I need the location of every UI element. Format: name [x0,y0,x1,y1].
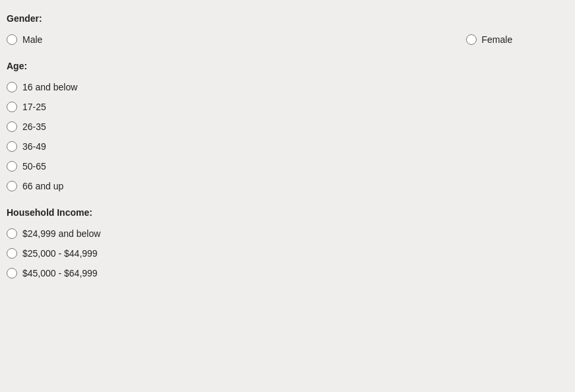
income-24999-radio[interactable] [7,228,17,239]
age-17-25-radio[interactable] [7,102,17,112]
age-50-65-item[interactable]: 50-65 [7,158,568,174]
income-label: Household Income: [7,207,568,218]
income-45000-64999-radio[interactable] [7,268,17,278]
age-16-below-radio[interactable] [7,82,17,92]
gender-label: Gender: [7,13,568,24]
income-25000-44999-radio[interactable] [7,248,17,259]
age-26-35-label[interactable]: 26-35 [22,121,46,132]
gender-male-radio[interactable] [7,34,17,45]
income-25000-44999-label[interactable]: $25,000 - $44,999 [22,248,98,259]
age-36-49-radio[interactable] [7,141,17,152]
income-24999-label[interactable]: $24,999 and below [22,228,100,239]
age-36-49-label[interactable]: 36-49 [22,141,46,152]
age-section: Age: 16 and below 17-25 26-35 36-49 50-6… [7,61,568,194]
age-radio-group: 16 and below 17-25 26-35 36-49 50-65 66 … [7,79,568,194]
income-45000-64999-item[interactable]: $45,000 - $64,999 [7,265,568,281]
gender-female-label[interactable]: Female [482,34,513,45]
age-66-up-label[interactable]: 66 and up [22,181,63,191]
income-45000-64999-label[interactable]: $45,000 - $64,999 [22,268,98,278]
income-25000-44999-item[interactable]: $25,000 - $44,999 [7,245,568,261]
gender-female-item[interactable]: Female [466,32,569,48]
gender-radio-group: Male Female [7,32,568,48]
age-26-35-radio[interactable] [7,121,17,132]
gender-male-item[interactable]: Male [7,32,110,48]
income-radio-group: $24,999 and below $25,000 - $44,999 $45,… [7,226,568,281]
age-17-25-item[interactable]: 17-25 [7,99,568,115]
age-36-49-item[interactable]: 36-49 [7,139,568,154]
age-50-65-radio[interactable] [7,161,17,172]
age-17-25-label[interactable]: 17-25 [22,102,46,112]
age-50-65-label[interactable]: 50-65 [22,161,46,172]
gender-section: Gender: Male Female [7,13,568,48]
gender-female-radio[interactable] [466,34,477,45]
age-26-35-item[interactable]: 26-35 [7,119,568,135]
income-section: Household Income: $24,999 and below $25,… [7,207,568,281]
age-16-below-item[interactable]: 16 and below [7,79,568,95]
age-66-up-radio[interactable] [7,181,17,191]
age-label: Age: [7,61,568,71]
gender-male-label[interactable]: Male [22,34,42,45]
income-24999-item[interactable]: $24,999 and below [7,226,568,242]
age-66-up-item[interactable]: 66 and up [7,178,568,194]
age-16-below-label[interactable]: 16 and below [22,82,77,92]
